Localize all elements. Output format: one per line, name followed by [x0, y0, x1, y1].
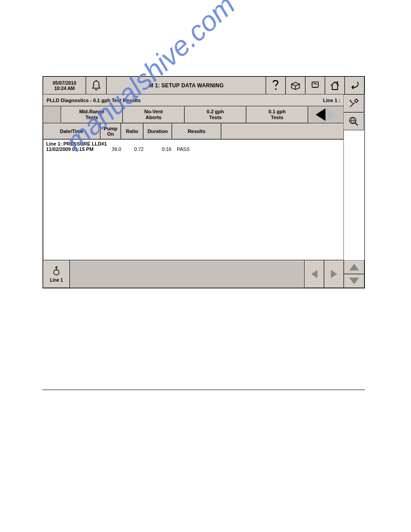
svg-rect-2 [312, 82, 318, 87]
tab-02-gph[interactable]: 0.2 gph Tests [184, 106, 246, 123]
line-indicator: Line 1 : [323, 98, 340, 103]
app-frame: 05/07/2010 10:24 AM M 1: SETUP DATA WARN… [43, 76, 365, 288]
print-button[interactable] [286, 77, 305, 94]
cell-pump: 39.0 [101, 146, 121, 152]
line-select-button[interactable]: Line 1 [43, 260, 70, 288]
help-button[interactable] [266, 77, 286, 94]
datetime-box: 05/07/2010 10:24 AM [43, 77, 86, 94]
cell-datetime: 11/02/2009 01:15 PM [46, 146, 101, 152]
alarm-button[interactable] [86, 77, 107, 94]
col-pump[interactable]: Pump On [100, 123, 121, 139]
divider-line [43, 390, 365, 390]
probe-icon [52, 266, 60, 276]
col-duration[interactable]: Duration [143, 123, 172, 139]
col-label: Duration [147, 129, 167, 134]
group-header: Line 1: PRESSURE LLD#1 [46, 141, 341, 146]
bottom-filler [70, 260, 304, 288]
tab-scroll-right-icon [326, 108, 336, 121]
col-label: Pump On [104, 126, 118, 137]
tab-label: Mid-Range Tests [79, 109, 104, 120]
home-button[interactable] [325, 77, 345, 94]
globe-search-icon [348, 116, 359, 127]
question-icon [271, 80, 280, 91]
cell-result: PASS [171, 146, 198, 152]
tab-01-gph[interactable]: 0.1 gph Tests [246, 106, 308, 123]
wrench-icon [348, 98, 359, 109]
col-ratio[interactable]: Ratio [121, 123, 143, 139]
tab-scroll-arrows[interactable] [308, 106, 344, 123]
svg-line-5 [355, 123, 358, 125]
back-arrow-icon [349, 81, 360, 90]
col-results[interactable]: Results [172, 123, 221, 139]
top-toolbar: 05/07/2010 10:24 AM M 1: SETUP DATA WARN… [43, 77, 364, 94]
time-text: 10:24 AM [54, 86, 75, 91]
bell-icon [91, 80, 101, 91]
cell-ratio: 0.72 [121, 146, 144, 152]
title-bar: M 1: SETUP DATA WARNING [107, 77, 266, 94]
line-label: Line 1 [50, 278, 63, 283]
page-next-button[interactable] [324, 260, 344, 288]
table-row: 11/02/2009 01:15 PM 39.0 0.72 0:16 PASS [46, 146, 341, 152]
search-button[interactable] [343, 112, 364, 130]
col-datetime[interactable]: Date/Time [43, 123, 100, 139]
arrow-right-icon [331, 270, 337, 278]
tab-row: Mid-Range Tests No-Vent Aborts 0.2 gph T… [43, 106, 344, 123]
breadcrumb-title: PLLD Diagnostics - 0.1 gph Test Results [47, 98, 141, 103]
flag-icon [310, 81, 320, 90]
tools-button[interactable] [343, 94, 364, 112]
col-filler [221, 123, 344, 139]
arrow-up-icon [349, 264, 359, 270]
title-text: M 1: SETUP DATA WARNING [149, 82, 224, 89]
column-headers: Date/Time Pump On Ratio Duration Results [43, 123, 344, 139]
arrow-left-icon [311, 270, 317, 278]
results-area: Line 1: PRESSURE LLD#1 11/02/2009 01:15 … [43, 139, 344, 260]
date-text: 05/07/2010 [53, 80, 77, 86]
bottom-bar: Line 1 [43, 260, 364, 288]
home-icon [330, 81, 340, 90]
back-button[interactable] [345, 77, 364, 94]
tab-spacer-left [43, 106, 61, 123]
arrow-down-icon [349, 278, 359, 284]
tab-label: No-Vent Aborts [144, 109, 163, 120]
vertical-nav [344, 260, 364, 288]
col-label: Ratio [126, 129, 138, 134]
breadcrumb-bar: PLLD Diagnostics - 0.1 gph Test Results … [43, 94, 344, 106]
cell-duration: 0:16 [144, 146, 171, 152]
tab-label: 0.1 gph Tests [269, 109, 286, 120]
scroll-up-button[interactable] [344, 260, 364, 274]
side-tools [343, 94, 364, 130]
col-label: Results [188, 129, 206, 134]
tab-no-vent[interactable]: No-Vent Aborts [123, 106, 184, 123]
col-label: Date/Time [60, 129, 83, 134]
tab-mid-range[interactable]: Mid-Range Tests [61, 106, 123, 123]
tab-label: 0.2 gph Tests [207, 109, 224, 120]
config-button[interactable] [305, 77, 325, 94]
tab-scroll-left-icon [316, 108, 325, 121]
box-icon [291, 81, 300, 90]
svg-point-1 [275, 88, 277, 90]
scroll-down-button[interactable] [344, 274, 364, 288]
page-prev-button[interactable] [304, 260, 324, 288]
